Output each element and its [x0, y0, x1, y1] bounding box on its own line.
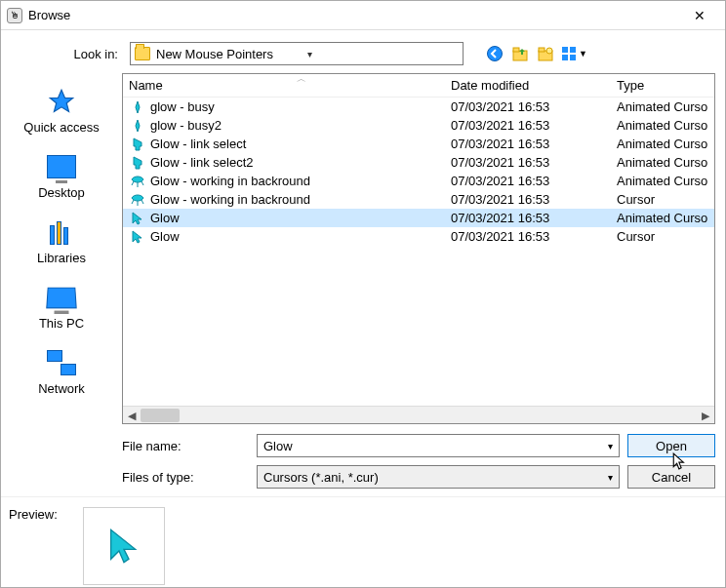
- chevron-down-icon[interactable]: ▾: [608, 441, 613, 451]
- file-row[interactable]: Glow07/03/2021 16:53Animated Cursor: [123, 209, 714, 227]
- filetype-select[interactable]: Cursors (*.ani, *.cur) ▾: [257, 465, 620, 489]
- file-row[interactable]: glow - busy07/03/2021 16:53Animated Curs…: [123, 98, 714, 116]
- star-icon: [48, 88, 75, 115]
- file-name: Glow: [150, 211, 180, 225]
- svg-rect-8: [562, 55, 568, 60]
- file-name: Glow - link select: [150, 137, 246, 151]
- scroll-thumb[interactable]: [141, 409, 180, 422]
- titlebar: 🖱 Browse ✕: [1, 1, 725, 30]
- file-row[interactable]: Glow - working in backround07/03/2021 16…: [123, 172, 714, 190]
- file-date: 07/03/2021 16:53: [451, 118, 617, 133]
- lookin-combo[interactable]: New Mouse Pointers ▾: [130, 42, 464, 65]
- new-folder-button[interactable]: [536, 44, 555, 63]
- preview-label: Preview:: [9, 507, 58, 522]
- places-sidebar: Quick access Desktop Libraries This PC N…: [1, 73, 122, 424]
- up-one-level-button[interactable]: [510, 44, 530, 63]
- column-header-name[interactable]: Name: [129, 78, 451, 93]
- sidebar-item-label: This PC: [17, 316, 106, 331]
- svg-rect-6: [562, 47, 568, 53]
- file-name: glow - busy2: [150, 118, 222, 133]
- column-header-date[interactable]: Date modified: [451, 78, 617, 93]
- lookin-label: Look in:: [9, 47, 122, 61]
- file-name: Glow - link select2: [150, 155, 253, 170]
- file-date: 07/03/2021 16:53: [451, 211, 617, 225]
- scroll-right-button[interactable]: ▶: [697, 407, 714, 424]
- file-list-area: Name Date modified Type ︿ glow - busy07/…: [122, 73, 715, 424]
- file-date: 07/03/2021 16:53: [451, 174, 617, 188]
- filename-label: File name:: [122, 439, 249, 453]
- svg-rect-7: [570, 47, 576, 53]
- file-list-header[interactable]: Name Date modified Type ︿: [123, 74, 714, 98]
- file-row[interactable]: Glow - link select07/03/2021 16:53Animat…: [123, 135, 714, 153]
- chevron-down-icon: ▾: [307, 49, 459, 59]
- file-type: Cursor: [617, 192, 708, 207]
- filetype-label: Files of type:: [122, 470, 249, 485]
- pc-icon: [46, 288, 77, 309]
- file-date: 07/03/2021 16:53: [451, 155, 617, 170]
- horizontal-scrollbar[interactable]: ◀ ▶: [123, 406, 714, 423]
- file-row[interactable]: Glow - link select207/03/2021 16:53Anima…: [123, 153, 714, 172]
- svg-rect-4: [539, 48, 544, 52]
- open-button-label: Open: [656, 439, 687, 453]
- file-name: Glow - working in backround: [150, 192, 310, 207]
- svg-rect-2: [513, 48, 519, 52]
- filetype-value: Cursors (*.ani, *.cur): [263, 470, 379, 485]
- filename-value: Glow: [263, 439, 293, 453]
- file-type: Animated Cursor: [617, 174, 708, 188]
- file-type: Animated Cursor: [617, 211, 708, 225]
- preview-row: Preview:: [1, 496, 725, 588]
- sort-indicator-icon: ︿: [297, 73, 306, 86]
- lookin-row: Look in: New Mouse Pointers ▾ ▼: [1, 30, 725, 73]
- file-name: Glow - working in backround: [150, 174, 310, 188]
- network-icon: [47, 350, 76, 375]
- chevron-down-icon[interactable]: ▾: [608, 472, 613, 483]
- cancel-button[interactable]: Cancel: [627, 465, 715, 489]
- column-header-type[interactable]: Type: [617, 78, 708, 93]
- open-button[interactable]: Open: [627, 434, 715, 457]
- file-date: 07/03/2021 16:53: [451, 137, 617, 151]
- cursor-file-icon: [129, 229, 146, 245]
- cancel-button-label: Cancel: [652, 470, 691, 485]
- file-type: Animated Cursor: [617, 118, 708, 133]
- sidebar-item-this-pc[interactable]: This PC: [15, 275, 108, 336]
- lookin-folder-name: New Mouse Pointers: [156, 47, 307, 61]
- sidebar-item-label: Libraries: [17, 251, 106, 265]
- file-row[interactable]: Glow - working in backround07/03/2021 16…: [123, 190, 714, 209]
- sidebar-item-label: Desktop: [17, 185, 106, 200]
- file-date: 07/03/2021 16:53: [451, 229, 617, 244]
- svg-point-0: [488, 47, 503, 61]
- libraries-icon: [48, 219, 75, 245]
- folder-icon: [135, 47, 150, 60]
- close-button[interactable]: ✕: [680, 2, 719, 29]
- sidebar-item-label: Network: [17, 381, 106, 396]
- file-list[interactable]: glow - busy07/03/2021 16:53Animated Curs…: [123, 98, 714, 406]
- file-row[interactable]: glow - busy207/03/2021 16:53Animated Cur…: [123, 116, 714, 135]
- file-date: 07/03/2021 16:53: [451, 99, 617, 114]
- sidebar-item-desktop[interactable]: Desktop: [15, 144, 108, 206]
- sidebar-item-libraries[interactable]: Libraries: [15, 210, 108, 271]
- sidebar-item-network[interactable]: Network: [15, 340, 108, 402]
- file-row[interactable]: Glow07/03/2021 16:53Cursor: [123, 227, 714, 246]
- back-button[interactable]: [485, 44, 504, 63]
- file-name: Glow: [150, 229, 180, 244]
- cursor-file-icon: [129, 192, 146, 208]
- cursor-file-icon: [129, 137, 146, 152]
- app-icon: 🖱: [7, 8, 22, 23]
- svg-point-5: [546, 48, 552, 54]
- view-menu-button[interactable]: ▼: [561, 44, 587, 63]
- preview-box: [83, 507, 165, 585]
- file-name: glow - busy: [150, 99, 215, 114]
- cursor-file-icon: [129, 174, 146, 189]
- file-type: Animated Cursor: [617, 155, 708, 170]
- file-type: Animated Cursor: [617, 137, 708, 151]
- scroll-left-button[interactable]: ◀: [123, 407, 141, 424]
- sidebar-item-label: Quick access: [17, 120, 106, 135]
- cursor-file-icon: [129, 155, 146, 171]
- cursor-file-icon: [129, 118, 146, 134]
- file-type: Animated Cursor: [617, 99, 708, 114]
- file-date: 07/03/2021 16:53: [451, 192, 617, 207]
- sidebar-item-quick-access[interactable]: Quick access: [15, 79, 108, 140]
- desktop-icon: [47, 155, 76, 178]
- bottom-controls: File name: Glow ▾ Open Files of type: Cu…: [122, 424, 715, 489]
- filename-input[interactable]: Glow ▾: [257, 434, 620, 457]
